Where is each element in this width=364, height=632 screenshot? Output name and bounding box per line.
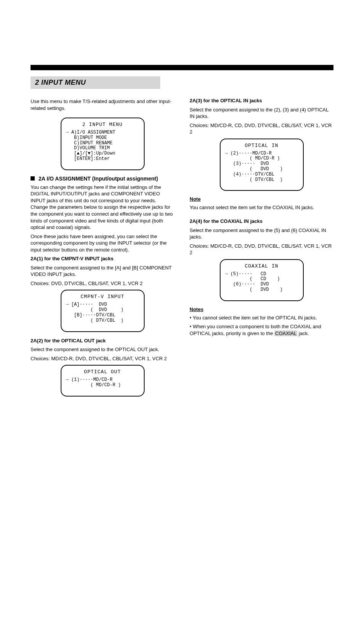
osd-line: ( DTV/CBL ): [66, 318, 139, 324]
osd-line: C)INPUT RENAME: [66, 141, 139, 146]
note-text: • You cannot select the item set for the…: [190, 314, 333, 321]
osd-coaxial-in: COAXIAL IN → (5)····· CD ( CD ) (6)·····…: [220, 259, 304, 301]
osd-line: ( DTV/CBL ): [225, 177, 298, 183]
square-bullet-icon: [31, 176, 35, 181]
osd-optical-out: OPTICAL OUT → (1)·····MD/CD-R ( MD/CD-R …: [61, 365, 145, 397]
section-title: 2 INPUT MENU: [31, 76, 160, 89]
osd-title: COAXIAL IN: [225, 264, 298, 269]
osd-line: ( MD/CD-R ): [66, 383, 139, 388]
osd-title: CMPNT-V INPUT: [66, 294, 139, 300]
osd-line: [B]·····DTV/CBL: [66, 313, 139, 318]
osd-line: (3)····· DVD: [225, 161, 298, 167]
note-highlight: COAXIAL: [274, 331, 297, 336]
osd-line: → (2)·····MD/CD-R: [225, 151, 298, 156]
osd-line: ( DVD ): [225, 287, 298, 293]
osd-input-menu: 2 INPUT MENU → A)I/O ASSIGNMENT B)INPUT …: [61, 118, 145, 170]
osd-line: [ENTER]:Enter: [66, 156, 139, 162]
subheading-cmpnt: 2A(1) for the CMPNT-V INPUT jacks: [31, 255, 174, 262]
paragraph: You can change the settings here if the …: [31, 184, 174, 231]
note-text: You cannot select the item set for the C…: [190, 204, 333, 211]
osd-line: B)INPUT MODE: [66, 135, 139, 141]
osd-line: D)VOLUME TRIM: [66, 146, 139, 151]
intro-text: Use this menu to make T/S-related adjust…: [31, 98, 174, 111]
osd-title: OPTICAL IN: [225, 143, 298, 149]
right-column: 2A(3) for the OPTICAL IN jacks Select th…: [190, 95, 333, 402]
osd-line: → A)I/O ASSIGNMENT: [66, 130, 139, 135]
osd-line: → [A]····· DVD: [66, 302, 139, 308]
osd-line: ( CD ): [225, 277, 298, 282]
note-text: • When you connect a component to both t…: [190, 323, 333, 337]
osd-line: (6)····· DVD: [225, 282, 298, 287]
choices-text: Choices: MD/CD-R, CD, DVD, DTV/CBL, CBL/…: [190, 122, 333, 135]
heading-io-assignment: 2A I/O ASSIGNMENT (Input/output assignme…: [39, 176, 158, 182]
choices-text: Choices: MD/CD-R, CD, DVD, DTV/CBL, CBL/…: [190, 243, 333, 256]
subheading-coaxial-in: 2A(4) for the COAXIAL IN jacks: [190, 218, 333, 225]
osd-line: → (5)····· CD: [225, 272, 298, 277]
choices-text: Choices: DVD, DTV/CBL, CBL/SAT, VCR 1, V…: [31, 280, 174, 287]
osd-cmpnt-v-input: CMPNT-V INPUT → [A]····· DVD ( DVD ) [B]…: [61, 290, 145, 332]
subheading-optical-out: 2A(2) for the OPTICAL OUT jack: [31, 337, 174, 344]
choices-text: Choices: MD/CD-R, DVD, DTV/CBL, CBL/SAT,…: [31, 355, 174, 362]
osd-line: (4)·····DTV/CBL: [225, 172, 298, 177]
note-label: Note: [190, 196, 333, 202]
paragraph: Select the component assigned to the OPT…: [31, 346, 174, 353]
paragraph: Select the component assigned to the [A]…: [31, 264, 174, 278]
osd-optical-in: OPTICAL IN → (2)·····MD/CD-R ( MD/CD-R )…: [220, 139, 304, 191]
osd-line: ( DVD ): [225, 167, 298, 172]
osd-line: ( DVD ): [66, 308, 139, 313]
osd-title: OPTICAL OUT: [66, 369, 139, 375]
osd-line: [▲]/[▼]:Up/Down: [66, 151, 139, 156]
black-rule: [31, 65, 333, 70]
osd-line: → (1)·····MD/CD-R: [66, 377, 139, 383]
osd-title: 2 INPUT MENU: [66, 122, 139, 128]
osd-line: ( MD/CD-R ): [225, 156, 298, 161]
notes-label: Notes: [190, 306, 333, 312]
paragraph: Once these jacks have been assigned, you…: [31, 233, 174, 253]
paragraph: Select the component assigned to the (2)…: [190, 106, 333, 120]
note-suffix: jack.: [297, 331, 309, 336]
left-column: Use this menu to make T/S-related adjust…: [31, 95, 174, 402]
paragraph: Select the component assigned to the (5)…: [190, 227, 333, 240]
subheading-optical-in: 2A(3) for the OPTICAL IN jacks: [190, 97, 333, 104]
